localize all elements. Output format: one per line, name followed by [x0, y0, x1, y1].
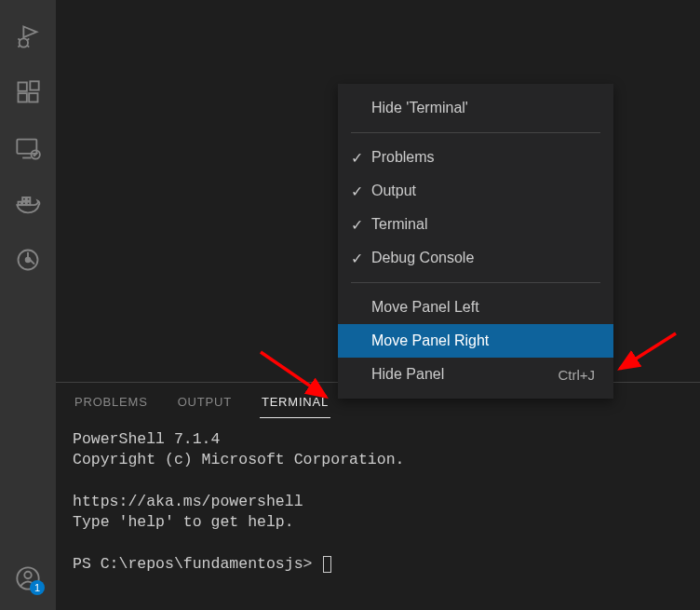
menu-move-panel-left[interactable]: Move Panel Left	[338, 291, 613, 324]
svg-rect-7	[19, 93, 27, 102]
svg-rect-16	[22, 197, 26, 201]
menu-toggle-terminal[interactable]: ✓ Terminal	[338, 208, 613, 241]
menu-separator	[351, 282, 600, 283]
terminal-line: Copyright (c) Microsoft Corporation.	[73, 451, 404, 468]
svg-line-5	[27, 45, 29, 47]
svg-line-2	[19, 38, 20, 40]
accounts-badge: 1	[30, 580, 45, 595]
menu-label: Terminal	[371, 216, 595, 233]
bottom-panel: PROBLEMS OUTPUT TERMINAL PowerShell 7.1.…	[56, 382, 700, 610]
menu-move-panel-right[interactable]: Move Panel Right	[338, 324, 613, 358]
svg-rect-17	[27, 197, 31, 201]
svg-line-21	[30, 260, 34, 264]
svg-marker-0	[23, 27, 36, 38]
svg-point-23	[24, 572, 31, 578]
svg-rect-8	[29, 93, 37, 102]
svg-rect-6	[19, 83, 27, 91]
menu-toggle-debug-console[interactable]: ✓ Debug Console	[338, 241, 613, 275]
terminal-prompt: PS C:\repos\fundamentosjs>	[73, 555, 321, 573]
terminal-content[interactable]: PowerShell 7.1.4 Copyright (c) Microsoft…	[56, 420, 700, 575]
remote-explorer-icon[interactable]	[6, 126, 50, 170]
check-icon: ✓	[351, 250, 371, 267]
menu-label: Debug Console	[371, 250, 595, 266]
menu-label: Hide 'Terminal'	[371, 100, 595, 116]
menu-label: Problems	[371, 149, 595, 166]
menu-hide-panel[interactable]: Hide Panel Ctrl+J	[338, 358, 613, 391]
menu-separator	[351, 132, 600, 133]
svg-line-4	[27, 38, 29, 40]
terminal-line: PowerShell 7.1.4	[73, 430, 220, 448]
menu-shortcut: Ctrl+J	[558, 367, 595, 383]
check-icon: ✓	[351, 183, 371, 200]
terminal-cursor	[323, 556, 331, 573]
menu-label: Hide Panel	[371, 366, 558, 383]
gitlens-icon[interactable]	[6, 237, 50, 282]
menu-label: Move Panel Right	[371, 332, 595, 349]
extensions-icon[interactable]	[6, 70, 50, 115]
terminal-line: https://aka.ms/powershell	[73, 493, 303, 510]
terminal-line: Type 'help' to get help.	[73, 513, 294, 531]
check-icon: ✓	[351, 216, 371, 234]
svg-rect-9	[30, 81, 38, 89]
tab-problems[interactable]: PROBLEMS	[73, 386, 150, 417]
tab-output[interactable]: OUTPUT	[176, 386, 234, 417]
run-debug-icon[interactable]	[6, 14, 50, 59]
docker-icon[interactable]	[6, 182, 50, 226]
tab-terminal[interactable]: TERMINAL	[260, 386, 330, 418]
svg-line-3	[19, 45, 20, 47]
activity-bar: 1	[0, 0, 56, 610]
panel-context-menu: Hide 'Terminal' ✓ Problems ✓ Output ✓ Te…	[338, 84, 613, 399]
menu-toggle-output[interactable]: ✓ Output	[338, 174, 613, 208]
check-icon: ✓	[351, 149, 371, 167]
menu-label: Output	[371, 183, 595, 199]
menu-hide-terminal[interactable]: Hide 'Terminal'	[338, 91, 613, 125]
svg-point-19	[26, 258, 31, 263]
menu-label: Move Panel Left	[371, 299, 595, 316]
accounts-icon[interactable]: 1	[6, 556, 50, 601]
menu-toggle-problems[interactable]: ✓ Problems	[338, 141, 613, 174]
